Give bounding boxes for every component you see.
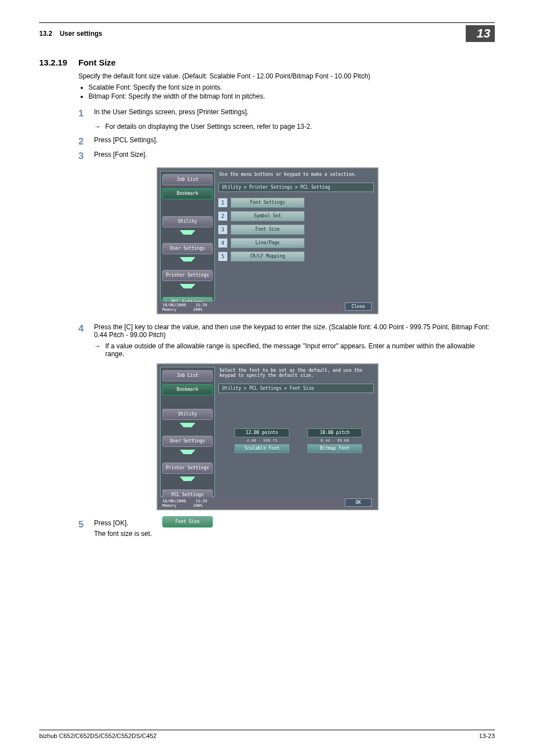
status-memory-pct: 100% bbox=[193, 503, 203, 508]
menu-index: 1 bbox=[218, 198, 227, 207]
step-number: 4 bbox=[78, 323, 94, 339]
status-time: 15:29 bbox=[195, 499, 207, 503]
step-number: 3 bbox=[78, 151, 94, 162]
status-date: 10/06/2008 bbox=[162, 303, 186, 307]
step-3-text: Press [Font Size]. bbox=[94, 151, 495, 162]
menu-index: 4 bbox=[218, 239, 227, 248]
bookmark-button[interactable]: Bookmark bbox=[162, 384, 213, 395]
bitmap-font-button[interactable]: Bitmap Font bbox=[307, 444, 362, 453]
nav-user-settings[interactable]: User Settings bbox=[162, 243, 213, 254]
arrow-icon: → bbox=[94, 342, 105, 358]
section-number: 13.2.19 bbox=[39, 58, 78, 544]
scalable-range: 4.00 - 999.75 bbox=[234, 438, 290, 443]
page-header: 13.2 User settings 13 bbox=[39, 25, 495, 42]
nav-font-size[interactable]: Font Size bbox=[162, 516, 213, 528]
step-5-text: Press [OK]. bbox=[94, 519, 495, 527]
arrow-icon: → bbox=[94, 123, 105, 130]
chevron-down-icon bbox=[180, 230, 195, 240]
menu-index: 3 bbox=[218, 225, 227, 234]
status-time: 15:29 bbox=[195, 303, 207, 307]
menu-font-size[interactable]: Font Size bbox=[231, 225, 305, 235]
header-section-name: User settings bbox=[60, 30, 102, 38]
scalable-value[interactable]: 12.00 points bbox=[235, 428, 289, 437]
intro-paragraph: Specify the default font size value. (De… bbox=[78, 72, 495, 81]
section-title: Font Size bbox=[78, 58, 495, 67]
step-number: 2 bbox=[78, 136, 94, 147]
page-footer: bizhub C652/C652DS/C552/C552DS/C452 13-2… bbox=[39, 730, 495, 739]
bullet-item: Bitmap Font: Specify the width of the bi… bbox=[88, 92, 495, 100]
chevron-down-icon bbox=[180, 257, 195, 267]
breadcrumb: Utility > Printer Settings > PCL Setting bbox=[218, 183, 374, 192]
bitmap-value[interactable]: 10.00 pitch bbox=[307, 428, 362, 437]
status-bar: 10/06/2008 15:29 Memory 100% OK bbox=[160, 498, 375, 508]
instruction-text: Use the menu buttons or keypad to make a… bbox=[217, 171, 375, 178]
step-2-text: Press [PCL Settings]. bbox=[94, 136, 495, 147]
menu-crlf-mapping[interactable]: CR/LF Mapping bbox=[231, 251, 305, 262]
status-memory: Memory bbox=[162, 503, 176, 508]
menu-symbol-set[interactable]: Symbol Set bbox=[231, 211, 305, 221]
footer-model: bizhub C652/C652DS/C552/C552DS/C452 bbox=[39, 732, 157, 739]
chevron-down-icon bbox=[180, 450, 195, 460]
chevron-down-icon bbox=[180, 423, 195, 433]
bullet-item: Scalable Font: Specify the font size in … bbox=[88, 83, 495, 91]
job-list-button[interactable]: Job List bbox=[162, 174, 213, 185]
chevron-down-icon bbox=[180, 477, 195, 487]
status-bar: 10/06/2008 15:29 Memory 100% Close bbox=[160, 302, 375, 312]
step-1-sub: For details on displaying the User Setti… bbox=[105, 123, 495, 130]
step-number: 5 bbox=[78, 519, 94, 541]
font-size-screenshot: Job List Bookmark Utility User Settings … bbox=[157, 363, 378, 510]
breadcrumb: Utility > PCL Settings > Font Size bbox=[218, 384, 374, 393]
nav-utility[interactable]: Utility bbox=[162, 409, 213, 420]
bullet-list: Scalable Font: Specify the font size in … bbox=[78, 83, 495, 100]
step-4-text: Press the [C] key to clear the value, an… bbox=[94, 323, 495, 339]
nav-user-settings[interactable]: User Settings bbox=[162, 436, 213, 447]
header-section-ref: 13.2 bbox=[39, 30, 52, 38]
footer-page: 13-23 bbox=[479, 732, 495, 739]
nav-printer-settings[interactable]: Printer Settings bbox=[162, 270, 213, 281]
chapter-badge: 13 bbox=[466, 25, 495, 42]
nav-printer-settings[interactable]: Printer Settings bbox=[162, 463, 213, 474]
step-number: 1 bbox=[78, 108, 94, 119]
status-date: 10/06/2008 bbox=[162, 499, 186, 503]
close-button[interactable]: Close bbox=[345, 302, 372, 311]
step-4-sub: If a value outside of the allowable rang… bbox=[105, 342, 495, 358]
pcl-setting-screenshot: Job List Bookmark Utility User Settings … bbox=[157, 167, 378, 314]
status-memory-pct: 100% bbox=[193, 307, 203, 312]
nav-utility[interactable]: Utility bbox=[162, 216, 213, 227]
job-list-button[interactable]: Job List bbox=[162, 370, 213, 381]
menu-index: 5 bbox=[218, 252, 227, 261]
status-memory: Memory bbox=[162, 307, 176, 312]
step-5-result: The font size is set. bbox=[94, 529, 495, 539]
bookmark-button[interactable]: Bookmark bbox=[162, 188, 213, 199]
bitmap-range: 0.44 - 99.00 bbox=[307, 438, 363, 443]
step-1-text: In the User Settings screen, press [Prin… bbox=[94, 108, 495, 119]
chevron-down-icon bbox=[180, 284, 195, 294]
menu-line-page[interactable]: Line/Page bbox=[231, 238, 305, 248]
menu-index: 2 bbox=[218, 212, 227, 221]
ok-button[interactable]: OK bbox=[345, 498, 372, 507]
instruction-text: Select the font to be set as the default… bbox=[217, 367, 375, 379]
scalable-font-button[interactable]: Scalable Font bbox=[235, 444, 289, 453]
menu-font-settings[interactable]: Font Settings bbox=[231, 198, 305, 208]
